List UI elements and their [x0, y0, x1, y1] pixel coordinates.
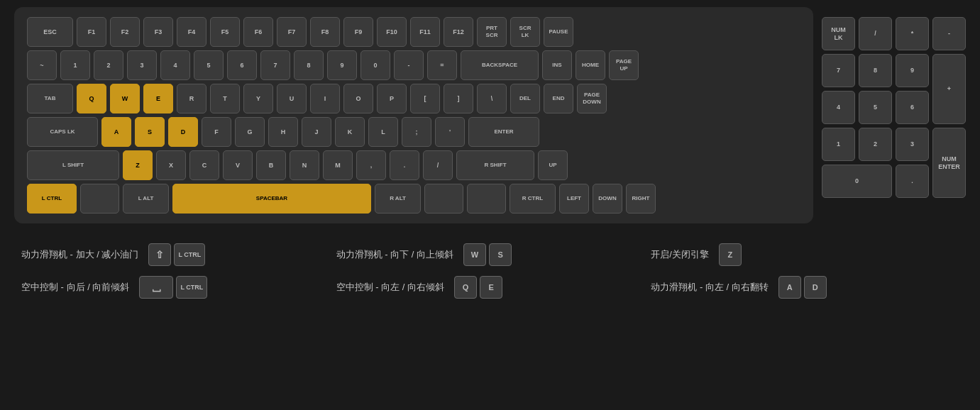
key-a[interactable]: A: [101, 117, 131, 147]
key-f4[interactable]: F4: [177, 17, 207, 47]
key-lshift[interactable]: L SHIFT: [27, 150, 119, 180]
key-3[interactable]: 3: [127, 50, 157, 80]
key-right[interactable]: RIGHT: [626, 184, 656, 214]
key-l[interactable]: L: [368, 117, 398, 147]
key-o[interactable]: O: [343, 84, 373, 113]
key-f2[interactable]: F2: [110, 17, 140, 47]
key-left[interactable]: LEFT: [559, 184, 589, 214]
key-num9[interactable]: 9: [896, 54, 929, 87]
key-4[interactable]: 4: [160, 50, 190, 80]
key-esc[interactable]: ESC: [27, 17, 73, 47]
key-0[interactable]: 0: [360, 50, 390, 80]
key-enter[interactable]: ENTER: [468, 117, 539, 147]
key-f9[interactable]: F9: [343, 17, 373, 47]
key-num6[interactable]: 6: [896, 91, 929, 124]
key-f1[interactable]: F1: [77, 17, 106, 47]
key-9[interactable]: 9: [327, 50, 357, 80]
key-w[interactable]: W: [110, 84, 140, 113]
key-numlk[interactable]: NUMLK: [822, 17, 855, 50]
key-up[interactable]: UP: [538, 150, 568, 180]
key-rbracket[interactable]: ]: [444, 84, 473, 113]
key-pgdn[interactable]: PAGEDOWN: [577, 84, 607, 113]
key-tilde[interactable]: ~: [27, 50, 57, 80]
key-k[interactable]: K: [335, 117, 365, 147]
key-del[interactable]: DEL: [510, 84, 540, 113]
key-d[interactable]: D: [168, 117, 198, 147]
key-6[interactable]: 6: [227, 50, 257, 80]
key-m[interactable]: M: [323, 150, 353, 180]
key-b[interactable]: B: [256, 150, 286, 180]
key-h[interactable]: H: [268, 117, 298, 147]
key-f7[interactable]: F7: [277, 17, 307, 47]
key-lctrl[interactable]: L CTRL: [27, 184, 77, 214]
key-u[interactable]: U: [277, 84, 307, 113]
key-5[interactable]: 5: [194, 50, 224, 80]
key-backslash[interactable]: \: [477, 84, 507, 113]
key-num4[interactable]: 4: [822, 91, 855, 124]
key-tab[interactable]: TAB: [27, 84, 73, 113]
key-end[interactable]: END: [544, 84, 573, 113]
key-numplus[interactable]: +: [932, 54, 966, 124]
key-x[interactable]: X: [156, 150, 186, 180]
key-fn3[interactable]: [467, 184, 506, 214]
key-fn2[interactable]: [424, 184, 463, 214]
key-space[interactable]: SPACEBAR: [172, 184, 371, 214]
key-home[interactable]: HOME: [576, 50, 605, 80]
key-f5[interactable]: F5: [210, 17, 240, 47]
key-num8[interactable]: 8: [859, 54, 892, 87]
key-quote[interactable]: ': [435, 117, 465, 147]
key-f12[interactable]: F12: [444, 17, 473, 47]
key-f6[interactable]: F6: [243, 17, 273, 47]
key-numslash[interactable]: /: [859, 17, 892, 50]
key-i[interactable]: I: [310, 84, 340, 113]
key-num0[interactable]: 0: [822, 165, 892, 198]
key-num2[interactable]: 2: [859, 128, 892, 161]
key-numminus[interactable]: -: [932, 17, 966, 50]
key-t[interactable]: T: [210, 84, 240, 113]
key-backspace[interactable]: BACKSPACE: [461, 50, 539, 80]
key-numdot[interactable]: .: [896, 165, 929, 198]
key-num7[interactable]: 7: [822, 54, 855, 87]
key-pgup[interactable]: PAGEUP: [609, 50, 639, 80]
key-minus[interactable]: -: [394, 50, 424, 80]
key-equals[interactable]: =: [427, 50, 457, 80]
key-rshift[interactable]: R SHIFT: [456, 150, 534, 180]
key-nummul[interactable]: *: [896, 17, 929, 50]
key-pause[interactable]: PAUSE: [544, 17, 573, 47]
key-comma[interactable]: ,: [356, 150, 386, 180]
key-f3[interactable]: F3: [143, 17, 173, 47]
key-r[interactable]: R: [177, 84, 207, 113]
key-caps[interactable]: CAPS LK: [27, 117, 98, 147]
key-ins[interactable]: INS: [542, 50, 572, 80]
key-fwdslash[interactable]: /: [423, 150, 453, 180]
key-g[interactable]: G: [235, 117, 265, 147]
key-c[interactable]: C: [189, 150, 219, 180]
key-lalt[interactable]: L ALT: [123, 184, 169, 214]
key-down[interactable]: DOWN: [593, 184, 622, 214]
key-fn[interactable]: [80, 184, 119, 214]
key-s[interactable]: S: [135, 117, 165, 147]
key-rctrl[interactable]: R CTRL: [510, 184, 556, 214]
key-y[interactable]: Y: [243, 84, 273, 113]
key-f[interactable]: F: [202, 117, 231, 147]
key-z[interactable]: Z: [123, 150, 153, 180]
key-n[interactable]: N: [290, 150, 319, 180]
key-7[interactable]: 7: [260, 50, 290, 80]
key-p[interactable]: P: [377, 84, 407, 113]
key-numenter[interactable]: NUMENTER: [932, 128, 966, 198]
key-ralt[interactable]: R ALT: [375, 184, 421, 214]
key-j[interactable]: J: [302, 117, 331, 147]
key-num3[interactable]: 3: [896, 128, 929, 161]
key-f10[interactable]: F10: [377, 17, 407, 47]
key-v[interactable]: V: [223, 150, 253, 180]
key-period[interactable]: .: [390, 150, 419, 180]
key-f11[interactable]: F11: [410, 17, 440, 47]
key-e[interactable]: E: [143, 84, 173, 113]
key-num1[interactable]: 1: [822, 128, 855, 161]
key-2[interactable]: 2: [94, 50, 123, 80]
key-lbracket[interactable]: [: [410, 84, 440, 113]
key-prtscr[interactable]: PRTSCR: [477, 17, 507, 47]
key-f8[interactable]: F8: [310, 17, 340, 47]
key-semicolon[interactable]: ;: [402, 117, 431, 147]
key-scrlk[interactable]: SCRLK: [510, 17, 540, 47]
